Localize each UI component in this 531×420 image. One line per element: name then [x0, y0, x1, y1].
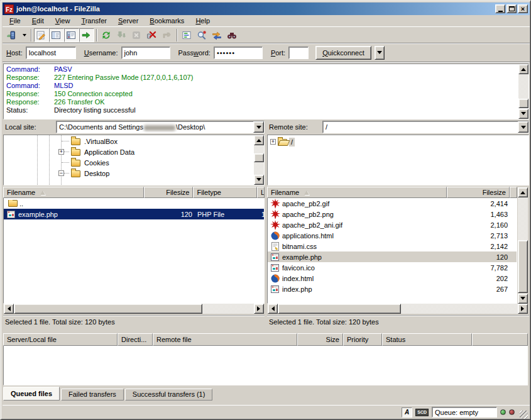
remote-list-hscrollbar[interactable]: [268, 304, 528, 314]
scroll-up-button[interactable]: [254, 135, 264, 145]
remote-file-row[interactable]: apache_pb2.gif 2,414: [268, 198, 517, 209]
disconnect-button[interactable]: [145, 28, 160, 42]
remote-file-row[interactable]: apache_pb2_ani.gif 2,160: [268, 219, 517, 230]
tab-queued-files[interactable]: Queued files: [3, 387, 60, 401]
local-file-row[interactable]: ..: [4, 198, 264, 209]
expand-icon[interactable]: +: [270, 139, 276, 145]
remote-file-row[interactable]: favicon.ico 7,782: [268, 262, 517, 273]
tree-item-cookies[interactable]: Cookies: [62, 157, 111, 168]
local-tree-scrollbar[interactable]: [254, 135, 264, 185]
scroll-right-button[interactable]: [254, 304, 264, 314]
remote-site-combobox[interactable]: /: [322, 121, 529, 133]
toggle-message-log-button[interactable]: [34, 28, 49, 42]
remote-file-row[interactable]: apache_pb2.png 1,463: [268, 209, 517, 219]
remote-file-row[interactable]: index.html 202: [268, 273, 517, 284]
quickconnect-button[interactable]: Quickconnect: [315, 46, 371, 60]
close-button[interactable]: ×: [518, 4, 528, 13]
collapse-icon[interactable]: −: [58, 170, 64, 176]
column-header-status[interactable]: Status: [382, 333, 472, 346]
scroll-down-button[interactable]: [254, 175, 264, 185]
scroll-down-button[interactable]: [518, 294, 528, 304]
scroll-thumb[interactable]: [518, 99, 528, 108]
username-input[interactable]: john: [121, 47, 170, 59]
reconnect-button[interactable]: [160, 28, 175, 42]
menu-help[interactable]: Help: [190, 16, 216, 26]
toggle-local-tree-button[interactable]: [49, 28, 64, 42]
menu-edit[interactable]: Edit: [26, 16, 50, 26]
password-input[interactable]: ••••••: [214, 47, 263, 59]
menu-transfer[interactable]: Transfer: [75, 16, 112, 26]
tab-successful-transfers[interactable]: Successful transfers (1): [125, 389, 213, 401]
menu-file[interactable]: File: [4, 16, 26, 26]
local-file-row-selected[interactable]: example.php 120 PHP File 1: [4, 209, 264, 219]
column-header-last-modified[interactable]: L: [257, 187, 265, 198]
refresh-button[interactable]: [99, 28, 114, 42]
minimize-button[interactable]: [495, 4, 505, 13]
remote-file-list[interactable]: apache_pb2.gif 2,414 apache_pb2.png 1,46…: [267, 198, 517, 304]
port-input[interactable]: [288, 47, 309, 59]
quickconnect-dropdown-button[interactable]: [375, 46, 385, 60]
site-manager-dropdown-button[interactable]: [19, 28, 29, 42]
site-manager-button[interactable]: [4, 28, 19, 42]
menu-server[interactable]: Server: [112, 16, 144, 26]
tree-item-desktop[interactable]: − Desktop: [58, 168, 111, 179]
process-queue-button[interactable]: [114, 28, 129, 42]
column-header-filename[interactable]: Filename: [267, 187, 447, 198]
directory-filters-button[interactable]: [180, 28, 195, 42]
menu-bookmarks[interactable]: Bookmarks: [144, 16, 190, 26]
host-input[interactable]: localhost: [26, 47, 76, 59]
scd-indicator-icon[interactable]: SCD: [415, 409, 429, 416]
scroll-thumb[interactable]: [14, 304, 202, 314]
remote-file-row[interactable]: applications.html 2,713: [268, 230, 517, 241]
remote-file-row[interactable]: bitnami.css 2,142: [268, 241, 517, 251]
scroll-down-button[interactable]: [518, 109, 528, 119]
scroll-up-button[interactable]: [518, 187, 528, 197]
scroll-left-button[interactable]: [268, 304, 278, 314]
cancel-operation-button[interactable]: [129, 28, 145, 42]
scroll-left-button[interactable]: [4, 304, 14, 314]
remote-file-row[interactable]: index.php 267: [268, 284, 517, 294]
message-log[interactable]: Command:PASV Response:227 Entering Passi…: [3, 64, 529, 119]
scroll-track[interactable]: [202, 304, 254, 314]
local-file-list[interactable]: .. example.php 120 PHP File 1: [3, 198, 265, 304]
toggle-remote-tree-button[interactable]: [64, 28, 79, 42]
scroll-track[interactable]: [518, 197, 528, 240]
maximize-button[interactable]: [506, 4, 517, 13]
log-scrollbar[interactable]: [518, 64, 528, 119]
transfer-type-indicator[interactable]: A: [402, 407, 412, 417]
remote-site-dropdown-button[interactable]: [518, 121, 528, 133]
scroll-thumb[interactable]: [518, 240, 528, 293]
local-list-hscrollbar[interactable]: [4, 304, 264, 314]
tree-item-application-data[interactable]: + Application Data: [58, 146, 136, 157]
column-header-remote-file[interactable]: Remote file: [153, 333, 297, 346]
column-header-filesize[interactable]: Filesize: [144, 187, 194, 198]
scroll-up-button[interactable]: [518, 64, 528, 74]
remote-list-scrollbar[interactable]: [518, 187, 528, 304]
column-header-server-local-file[interactable]: Server/Local file: [3, 333, 118, 346]
scroll-track[interactable]: [518, 74, 528, 99]
remote-tree[interactable]: + /: [267, 135, 529, 185]
local-site-combobox[interactable]: C:\Documents and Settings\Desktop\: [56, 121, 265, 133]
find-files-button[interactable]: [225, 28, 240, 42]
column-header-direction[interactable]: Directi...: [118, 333, 153, 346]
scroll-track[interactable]: [401, 304, 518, 314]
column-header-filesize[interactable]: Filesize: [447, 187, 510, 198]
queue-list[interactable]: [3, 346, 528, 385]
local-site-dropdown-button[interactable]: [253, 121, 264, 133]
toggle-transfer-queue-button[interactable]: [79, 28, 94, 42]
synchronized-browsing-button[interactable]: [210, 28, 225, 42]
menu-view[interactable]: View: [50, 16, 76, 26]
column-header-filetype[interactable]: Filetype: [193, 187, 257, 198]
scroll-thumb[interactable]: [254, 153, 264, 162]
tab-failed-transfers[interactable]: Failed transfers: [61, 389, 124, 401]
local-tree[interactable]: .VirtualBox + Application Data Cookies −…: [3, 135, 265, 185]
resize-grip[interactable]: [520, 411, 528, 419]
column-header-priority[interactable]: Priority: [343, 333, 382, 346]
scroll-right-button[interactable]: [518, 304, 528, 314]
remote-file-row-selected[interactable]: example.php 120: [268, 251, 517, 262]
scroll-thumb[interactable]: [278, 304, 401, 314]
directory-comparison-button[interactable]: [195, 28, 210, 42]
expand-icon[interactable]: +: [58, 149, 64, 155]
column-header-size[interactable]: Size: [297, 333, 343, 346]
title-bar[interactable]: Fz john@localhost - FileZilla ×: [3, 3, 530, 15]
